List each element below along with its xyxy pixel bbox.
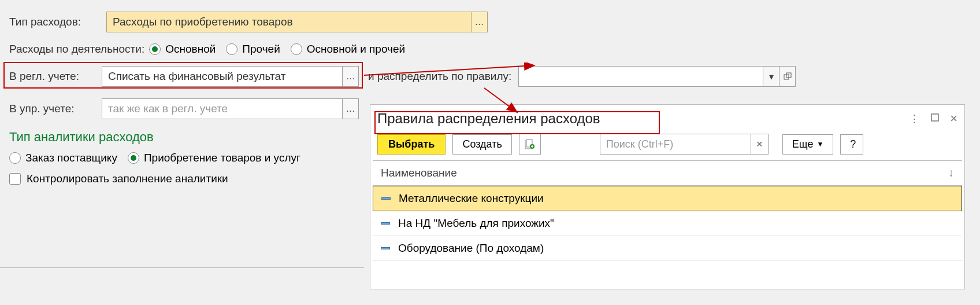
more-button[interactable]: Еще ▼ [782, 134, 834, 155]
regl-label: В регл. учете: [9, 70, 97, 83]
help-button[interactable]: ? [840, 134, 863, 155]
chevron-down-icon: ▼ [816, 140, 823, 148]
checkbox-label: Контролировать заполнение аналитики [27, 172, 228, 185]
close-icon[interactable]: × [950, 111, 957, 126]
regl-ellipsis-button[interactable]: … [342, 67, 358, 86]
open-icon [784, 72, 792, 80]
radio-icon [9, 152, 21, 164]
list-item[interactable]: Оборудование (По доходам) [373, 236, 962, 261]
copy-button[interactable] [519, 134, 541, 155]
rule-field[interactable]: ▾ [518, 66, 796, 87]
divider [0, 267, 364, 268]
rules-popup: Правила распределения расходов ⋮ × Выбра… [370, 104, 965, 289]
analytics-radio-group: Заказ поставщику Приобретение товаров и … [9, 152, 300, 164]
radio-label: Приобретение товаров и услуг [144, 152, 300, 164]
search-input[interactable] [600, 134, 751, 154]
radio-label: Основной [165, 43, 216, 56]
item-icon [381, 197, 391, 200]
rule-open-button[interactable] [779, 67, 795, 86]
mgmt-ellipsis-button[interactable]: … [342, 99, 358, 119]
activity-radio-other[interactable]: Прочей [226, 43, 280, 56]
popup-title: Правила распределения расходов [377, 111, 600, 127]
rule-dropdown-button[interactable]: ▾ [763, 67, 779, 86]
rules-list: Металлические конструкции На НД "Мебель … [373, 186, 962, 261]
create-button[interactable]: Создать [452, 134, 511, 155]
mgmt-label: В упр. учете: [9, 102, 97, 115]
svg-rect-3 [931, 114, 938, 121]
search-clear-button[interactable]: × [751, 134, 768, 154]
activity-radio-main[interactable]: Основной [149, 43, 216, 56]
search-field[interactable]: × [600, 134, 769, 155]
rule-label: и распределить по правилу: [368, 70, 511, 83]
radio-label: Заказ поставщику [25, 152, 117, 164]
expense-type-field[interactable]: … [106, 12, 488, 32]
item-label: Металлические конструкции [399, 192, 544, 205]
radio-label: Прочей [242, 43, 280, 56]
analytics-radio-purchase[interactable]: Приобретение товаров и услуг [128, 152, 300, 164]
radio-icon [226, 43, 237, 55]
sort-icon: ↓ [949, 167, 955, 179]
list-column-header[interactable]: Наименование ↓ [373, 160, 962, 186]
expense-type-ellipsis-button[interactable]: … [471, 12, 487, 32]
activity-radio-both[interactable]: Основной и прочей [291, 43, 405, 56]
kebab-icon[interactable]: ⋮ [909, 112, 920, 126]
radio-icon [128, 152, 139, 164]
maximize-icon[interactable] [930, 112, 940, 125]
analytics-radio-order[interactable]: Заказ поставщику [9, 152, 117, 164]
radio-icon [149, 43, 161, 55]
radio-label: Основной и прочей [307, 43, 405, 56]
item-icon [381, 247, 390, 249]
activity-label: Расходы по деятельности: [9, 43, 144, 56]
control-analytics-checkbox[interactable]: Контролировать заполнение аналитики [9, 172, 228, 185]
mgmt-input[interactable] [102, 99, 342, 119]
select-button[interactable]: Выбрать [377, 134, 446, 155]
activity-radio-group: Основной Прочей Основной и прочей [149, 43, 405, 56]
regl-field[interactable]: … [102, 66, 359, 87]
rule-input[interactable] [519, 67, 763, 86]
more-label: Еще [792, 138, 814, 150]
list-item[interactable]: Металлические конструкции [373, 186, 962, 211]
item-label: На НД "Мебель для прихожих" [398, 217, 554, 230]
radio-icon [291, 43, 302, 55]
expense-type-input[interactable] [107, 12, 471, 32]
list-item[interactable]: На НД "Мебель для прихожих" [373, 211, 962, 236]
mgmt-field[interactable]: … [102, 98, 359, 119]
regl-input[interactable] [102, 67, 342, 86]
item-label: Оборудование (По доходам) [398, 242, 544, 255]
item-icon [381, 222, 390, 225]
copy-icon [525, 139, 535, 149]
expense-type-label: Тип расходов: [9, 16, 102, 28]
column-name-label: Наименование [381, 167, 457, 179]
checkbox-icon [9, 173, 21, 185]
